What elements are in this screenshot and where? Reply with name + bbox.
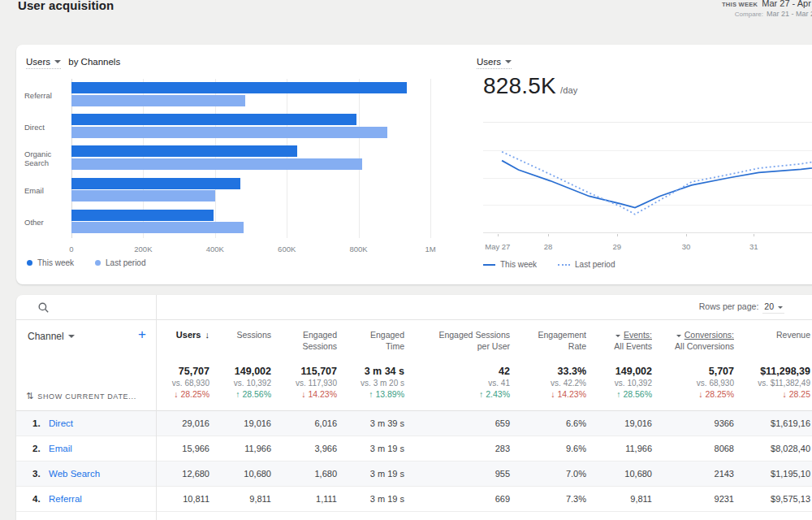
total-cell-7: 5,707vs. 68,930↓ 28.25% — [652, 365, 734, 401]
column-header-engagement-rate[interactable]: EngagementRate — [510, 329, 586, 352]
bar-this-week — [71, 114, 356, 125]
total-value: 115,707 — [271, 365, 337, 378]
table-header: Channel + ⇅ SHOW CURRENT DATE... Users ↓… — [16, 320, 812, 411]
total-vs-value: vs. $11,382,49 — [734, 378, 810, 388]
show-current-date-toggle[interactable]: ⇅ SHOW CURRENT DATE... — [26, 391, 136, 401]
axis-tick — [498, 234, 499, 236]
cell-2: 1,111 — [271, 494, 337, 504]
bar-category-label: Referral — [24, 90, 69, 99]
chevron-down-icon — [54, 60, 61, 63]
rows-per-page[interactable]: Rows per page:20 — [699, 301, 784, 311]
column-header-engaged-time[interactable]: EngagedTime — [337, 329, 404, 352]
ga-user-acquisition-screen: User acquisition This weekMar 27 - Apr 2… — [0, 0, 812, 520]
line-x-labels: May 2728293031Jun — [483, 242, 812, 252]
line-series-last-period — [502, 152, 812, 214]
total-value: 33.3% — [510, 365, 586, 378]
search-icon[interactable] — [38, 302, 49, 313]
cell-8: $8,028,40 — [734, 444, 812, 453]
legend-swatch — [483, 264, 495, 266]
total-cell-4: 42vs. 41↑ 2.43% — [404, 365, 510, 401]
date-range-label: This week — [722, 1, 758, 8]
column-header-sessions[interactable]: Sessions — [209, 329, 271, 352]
date-range-value: Mar 27 - Apr 2 — [762, 0, 812, 8]
cell-3: 3 m 19 s — [337, 444, 404, 453]
column-header-line: Time — [337, 340, 404, 352]
swap-arrows-icon: ⇅ — [26, 391, 33, 401]
column-header-users[interactable]: Users ↓ — [156, 329, 209, 352]
channel-cell: 3.Web Search — [16, 469, 156, 479]
table-body: 1.Direct29,01619,0166,0163 m 39 s6596.6%… — [16, 411, 812, 512]
legend-label: This week — [37, 258, 74, 267]
cell-0: 10,811 — [156, 494, 209, 504]
line-series-this-week — [502, 161, 812, 208]
acquisition-table-card: Rows per page:20 Channel + ⇅ SHOW CURREN… — [16, 295, 812, 520]
total-change-up: ↑ 28.56% — [586, 388, 652, 401]
channel-link-direct[interactable]: Direct — [49, 418, 73, 428]
charts-card: Users by Channels ReferralDirectOrganic … — [16, 45, 812, 284]
cell-2: 1,680 — [271, 469, 337, 479]
column-divider — [156, 295, 157, 520]
total-cell-6: 149,002vs. 10,392↑ 28.56% — [586, 365, 652, 401]
channel-link-web-search[interactable]: Web Search — [49, 469, 100, 479]
bar-chart-legend: This weekLast period — [27, 258, 146, 267]
total-value: 5,707 — [652, 365, 734, 378]
total-value: 75,707 — [156, 365, 209, 378]
channel-cell: 2.Email — [16, 444, 156, 453]
row-rank: 3. — [32, 469, 49, 479]
column-header-events-all-events[interactable]: Events:All Events — [586, 329, 652, 352]
bar-last-period — [71, 222, 244, 233]
metric-selector-link: Conversions: — [685, 330, 734, 340]
total-cell-8: $11,298,39vs. $11,382,49↓ 28.25 — [734, 365, 812, 401]
column-header-conversions-all-conversions[interactable]: Conversions:All Conversions — [652, 329, 734, 352]
bar-chart-plot: 0200K400K600K800K1M — [71, 79, 430, 238]
bar-chart-section: Users by Channels ReferralDirectOrganic … — [16, 45, 459, 284]
line-chart-legend: This weekLast period — [483, 260, 615, 269]
bar-chart-header: Users by Channels — [26, 57, 120, 67]
big-number: 828.5K — [483, 73, 556, 98]
legend-item-last-period: Last period — [95, 258, 145, 267]
bar-last-period — [71, 190, 215, 202]
rows-per-page-value[interactable]: 20 — [762, 301, 784, 314]
date-range-selector[interactable]: This weekMar 27 - Apr 2 Compare:Mar 21 -… — [722, 0, 812, 18]
cell-8: $1,195,10 — [734, 469, 812, 479]
cell-7: 8068 — [652, 444, 734, 453]
add-dimension-button[interactable]: + — [138, 327, 146, 342]
dimension-label: Channel — [28, 331, 64, 342]
line-chart-svg — [483, 123, 812, 232]
cell-6: 9,811 — [586, 494, 652, 504]
bar-last-period — [71, 127, 387, 138]
chevron-down-icon — [676, 335, 681, 337]
column-header-engaged-sessions[interactable]: EngagedSessions — [271, 329, 337, 352]
column-header-line: Engaged — [271, 329, 337, 340]
bar-metric-selector[interactable]: Users — [26, 57, 61, 69]
total-vs-value: vs. 3 m 20 s — [337, 378, 404, 388]
legend-swatch — [27, 260, 32, 266]
column-header-line: Engaged — [337, 329, 404, 340]
total-value: $11,298,39 — [734, 365, 810, 378]
topbar: User acquisition This weekMar 27 - Apr 2… — [0, 0, 812, 34]
cell-6: 19,016 — [586, 418, 652, 428]
cell-5: 7.0% — [510, 469, 586, 479]
chevron-down-icon — [778, 306, 783, 309]
row-rank: 2. — [32, 444, 49, 453]
legend-item-this-week: This week — [483, 260, 537, 269]
column-header-revenue[interactable]: Revenue — [734, 329, 812, 352]
total-value: 149,002 — [586, 365, 652, 378]
cell-1: 10,680 — [209, 469, 271, 479]
dimension-selector[interactable]: Channel — [28, 331, 75, 342]
x-axis-label: 28 — [544, 242, 553, 251]
total-change-down: ↓ 28.25% — [652, 388, 734, 401]
cell-1: 9,811 — [209, 494, 271, 504]
total-value: 149,002 — [209, 365, 271, 378]
column-header-engaged-sessions-per-user[interactable]: Engaged Sessionsper User — [404, 329, 510, 352]
rows-per-page-count: 20 — [764, 301, 774, 311]
channel-link-email[interactable]: Email — [49, 444, 72, 453]
channel-link-referral[interactable]: Referral — [49, 494, 82, 504]
column-header-line: All Events — [586, 340, 652, 352]
table-search-row: Rows per page:20 — [16, 295, 812, 320]
axis-tick — [686, 234, 687, 236]
axis-tick — [617, 234, 618, 236]
total-change-down: ↓ 28.25 — [734, 388, 810, 401]
line-metric-selector[interactable]: Users — [477, 57, 512, 69]
bar-last-period — [71, 95, 245, 106]
